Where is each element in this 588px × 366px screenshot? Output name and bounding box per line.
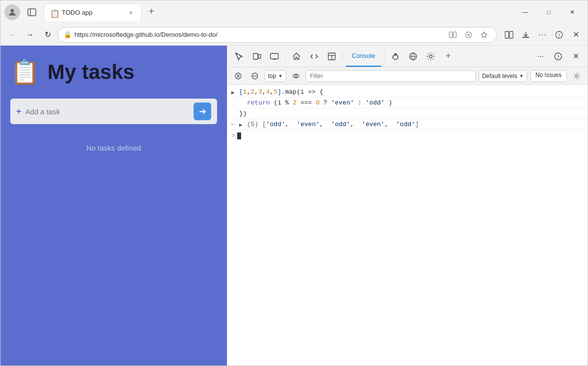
tab-bar: 📋 TODO app × + xyxy=(44,0,510,24)
context-dropdown-arrow: ▼ xyxy=(278,74,283,78)
console-input-line-3: }) xyxy=(227,108,588,119)
toolbar-icons: ··· ? ✕ xyxy=(501,27,584,43)
add-task-submit-button[interactable]: ➜ xyxy=(194,103,211,120)
console-prompt-arrow: > xyxy=(231,132,235,139)
tab-title: TODO app xyxy=(62,9,122,16)
network-button[interactable] xyxy=(405,49,421,64)
tab-close-button[interactable]: × xyxy=(126,8,135,17)
empty-tasks-message: No tasks defined xyxy=(10,144,217,152)
context-selector[interactable]: top ▼ xyxy=(265,70,286,82)
console-output-line-1: ← ▶ (5) ['odd', 'even', 'odd', 'even', '… xyxy=(227,119,588,130)
console-code-1: [1,2,3,4,5].map(i => { xyxy=(239,88,584,96)
address-bar: ← → ↻ 🔒 https://microsoftedge.github.io/… xyxy=(0,24,588,46)
close-devtools-panel-button[interactable]: ✕ xyxy=(568,49,584,64)
svg-point-0 xyxy=(11,9,14,12)
svg-rect-13 xyxy=(270,53,278,59)
browser-window: 📋 TODO app × + — □ ✕ ← → ↻ 🔒 https://mic… xyxy=(0,0,588,366)
address-box[interactable]: 🔒 https://microsoftedge.github.io/Demos/… xyxy=(57,27,497,43)
console-result-1: (5) ['odd', 'even', 'odd', 'even', 'odd'… xyxy=(247,121,584,128)
active-tab[interactable]: 📋 TODO app × xyxy=(44,3,142,21)
home-button[interactable] xyxy=(289,49,304,64)
svg-rect-11 xyxy=(253,53,258,59)
split-screen-button[interactable] xyxy=(501,27,517,43)
svg-rect-12 xyxy=(258,54,261,58)
svg-point-32 xyxy=(293,74,299,78)
close-button[interactable]: ✕ xyxy=(561,4,584,20)
output-expand-arrow[interactable]: ▶ xyxy=(239,122,245,128)
devtools-help-button[interactable]: ? xyxy=(550,49,566,64)
console-toolbar-label[interactable]: Console xyxy=(346,46,381,67)
screencast-button[interactable] xyxy=(267,49,282,64)
svg-rect-1 xyxy=(28,9,36,16)
clear-console-button[interactable] xyxy=(231,69,245,83)
todo-title: My tasks xyxy=(48,60,134,84)
svg-rect-4 xyxy=(453,32,456,38)
devtools-more-button[interactable]: ··· xyxy=(533,49,548,64)
close-devtools-button[interactable]: ✕ xyxy=(568,27,584,43)
svg-text:?: ? xyxy=(557,53,560,59)
svg-point-17 xyxy=(393,54,397,59)
output-left-arrow: ← xyxy=(231,121,237,128)
todo-icon: 📋 xyxy=(10,60,40,84)
reader-mode-button[interactable] xyxy=(446,28,460,42)
code-button[interactable] xyxy=(306,49,322,64)
no-issues-button[interactable]: No Issues xyxy=(530,70,567,82)
profile-button[interactable] xyxy=(4,4,20,20)
console-output: ▶ [1,2,3,4,5].map(i => { return (i % 2 =… xyxy=(227,85,588,366)
eye-button[interactable] xyxy=(289,69,303,83)
layout-button[interactable] xyxy=(324,49,340,64)
window-controls: — □ ✕ xyxy=(514,4,584,20)
console-filter-input[interactable] xyxy=(306,70,476,82)
settings-cog-button[interactable] xyxy=(423,49,439,64)
more-tools-button[interactable]: ··· xyxy=(535,27,550,43)
console-toolbar: top ▼ Default levels ▼ No Issues xyxy=(227,67,588,85)
address-icons xyxy=(446,28,491,42)
svg-point-34 xyxy=(576,75,578,77)
console-code-2: return (i % 2 === 0 ? 'even' : 'odd' ) xyxy=(239,99,584,106)
sidebar-button[interactable] xyxy=(24,4,40,20)
svg-line-22 xyxy=(397,58,399,58)
log-levels-arrow: ▼ xyxy=(519,74,524,78)
bug-button[interactable] xyxy=(388,49,403,64)
svg-rect-7 xyxy=(510,31,513,38)
minimize-button[interactable]: — xyxy=(514,4,537,20)
svg-line-21 xyxy=(392,58,393,58)
console-input-prompt-line[interactable]: > xyxy=(227,130,588,141)
address-text: https://microsoftedge.github.io/Demos/de… xyxy=(74,31,443,38)
console-input-line-2: return (i % 2 === 0 ? 'even' : 'odd' ) xyxy=(227,98,588,108)
block-button[interactable] xyxy=(248,69,262,83)
toolbar-separator-3 xyxy=(384,52,385,61)
tab-favicon: 📋 xyxy=(50,9,58,17)
svg-text:?: ? xyxy=(558,32,561,38)
todo-header: 📋 My tasks xyxy=(10,60,217,84)
main-area: 📋 My tasks + ➜ No tasks defined xyxy=(0,46,588,366)
title-bar: 📋 TODO app × + — □ ✕ xyxy=(0,0,588,24)
back-button[interactable]: ← xyxy=(4,27,20,43)
context-label: top xyxy=(268,73,276,79)
device-emulation-button[interactable] xyxy=(249,49,265,64)
forward-button[interactable]: → xyxy=(22,27,38,43)
toolbar-separator-2 xyxy=(343,52,343,61)
console-input-line-1: ▶ [1,2,3,4,5].map(i => { xyxy=(227,87,588,98)
download-button[interactable] xyxy=(518,27,534,43)
collections-button[interactable] xyxy=(462,28,475,42)
console-cursor xyxy=(237,132,241,139)
log-levels-dropdown[interactable]: Default levels ▼ xyxy=(479,70,527,82)
inspect-element-button[interactable] xyxy=(231,49,247,64)
console-code-3: }) xyxy=(239,110,584,117)
new-tab-button[interactable]: + xyxy=(144,3,159,19)
input-arrow-1[interactable]: ▶ xyxy=(231,89,237,96)
add-task-input[interactable] xyxy=(25,107,190,116)
help-button[interactable]: ? xyxy=(551,27,567,43)
add-panel-button[interactable]: + xyxy=(441,49,456,64)
favorites-button[interactable] xyxy=(477,28,491,42)
maximize-button[interactable]: □ xyxy=(538,4,560,20)
lock-icon: 🔒 xyxy=(64,31,72,38)
devtools-toolbar: Console + ··· ? ✕ xyxy=(227,46,588,67)
svg-rect-3 xyxy=(449,32,452,38)
svg-rect-8 xyxy=(522,37,529,38)
log-levels-label: Default levels xyxy=(482,73,517,79)
refresh-button[interactable]: ↻ xyxy=(40,27,55,43)
console-settings-button[interactable] xyxy=(570,69,584,83)
plus-icon: + xyxy=(16,106,22,117)
